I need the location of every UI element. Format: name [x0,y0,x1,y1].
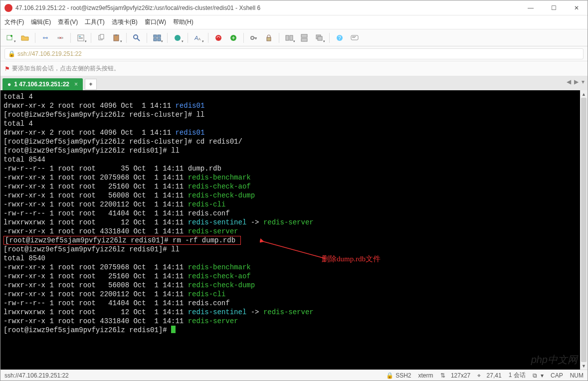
menu-view[interactable]: 查看(V) [58,18,78,26]
bullet-icon: ● [7,81,11,88]
terminal-line: [root@izwz9ef5sjam9pvfyiz26lz redis01]# … [3,146,585,155]
terminal-line: drwxr-xr-x 2 root root 4096 Oct 1 14:11 … [3,101,585,110]
menu-file[interactable]: 文件(F) [4,18,24,26]
coord-icon: ⌖ [477,372,481,379]
lock-icon: 🔒 [8,50,15,57]
terminal-scrollbar[interactable]: ▲ ▼ [580,90,588,370]
svg-rect-15 [158,35,161,37]
menu-window[interactable]: 窗口(W) [145,18,166,26]
tile-vertical-button[interactable] [298,32,311,44]
terminal-line: total 8544 [3,155,585,164]
terminal-line: total 4 [3,92,585,101]
layout-button[interactable]: ▾ [151,32,164,44]
svg-rect-26 [290,35,293,40]
lock-icon: 🔒 [386,372,393,379]
terminal-line: -rwxr-xr-x 1 root root 56008 Oct 1 14:11… [3,191,585,200]
svg-rect-35 [352,37,355,38]
terminal-line: -rw-r--r-- 1 root root 35 Oct 1 14:11 du… [3,164,585,173]
svg-rect-27 [301,34,307,37]
terminal-line: -rwxr-xr-x 1 root root 56008 Oct 1 14:11… [3,281,585,290]
disconnect-button[interactable] [54,32,67,44]
status-term: xterm [418,372,433,379]
font-button[interactable]: AA▾ [192,32,204,44]
compose-bar-button[interactable] [348,32,361,44]
terminal-line: -rwxr-xr-x 1 root root 4331840 Oct 1 14:… [3,317,585,326]
menu-edit[interactable]: 编辑(E) [31,18,51,26]
menu-tools[interactable]: 工具(T) [85,18,104,26]
svg-rect-28 [301,38,307,41]
svg-point-4 [61,37,63,39]
svg-rect-16 [154,38,157,41]
terminal-line: [root@izwz9ef5sjam9pvfyiz26lz redis-clus… [3,110,585,119]
new-session-button[interactable]: ▾ [3,32,16,44]
svg-point-1 [43,37,45,39]
terminal-line: [root@izwz9ef5sjam9pvfyiz26lz redis-clus… [3,137,585,146]
status-size: 127x27 [451,372,470,379]
session-tab-active[interactable]: ● 1 47.106.219.251:22 × [2,78,83,90]
terminal-line: -rwxr-xr-x 1 root root 2075968 Oct 1 14:… [3,173,585,182]
session-tabs-icon: ⧉ [533,372,537,379]
lock-button[interactable] [262,32,275,44]
status-sessions: 1 会话 [509,371,526,380]
scroll-thumb[interactable] [581,98,587,362]
menu-help[interactable]: 帮助(H) [173,18,194,26]
tab-add-button[interactable]: + [85,79,97,90]
tab-close-button[interactable]: × [74,81,78,88]
menu-tabs[interactable]: 选项卡(B) [112,18,138,26]
terminal-line: drwxr-xr-x 2 root root 4096 Oct 1 14:11 … [3,128,585,137]
svg-rect-14 [154,35,157,37]
svg-point-18 [175,35,181,41]
svg-text:A: A [198,37,201,41]
terminal-line: -rwxr-xr-x 1 root root 25160 Oct 1 14:11… [3,182,585,191]
terminal-line: -rwxr-xr-x 1 root root 4331840 Oct 1 14:… [3,227,585,236]
svg-point-13 [134,35,138,39]
terminal-line: -rwxr-xr-x 1 root root 25160 Oct 1 14:11… [3,272,585,281]
svg-rect-17 [158,38,161,41]
terminal-line: total 8540 [3,254,585,263]
app-icon [4,4,12,12]
annotation-label: 删除dump.rdb文件 [322,254,381,264]
help-button[interactable]: ? [333,32,346,44]
hint-bar: ⚑ 要添加当前会话，点击左侧的箭头按钮。 [0,61,588,76]
tab-prev-button[interactable]: ◀ [567,78,571,85]
menubar: 文件(F) 编辑(E) 查看(V) 工具(T) 选项卡(B) 窗口(W) 帮助(… [0,15,588,29]
address-bar: 🔒 ssh://47.106.219.251:22 [0,46,588,61]
cascade-button[interactable]: ▾ [313,32,326,44]
cursor [171,326,176,333]
tab-list-button[interactable]: ▾ [582,78,585,85]
key-manager-button[interactable] [247,32,260,44]
tile-horizontal-button[interactable]: ▾ [283,32,296,44]
scroll-down-button[interactable]: ▼ [580,362,588,370]
terminal-line: [root@izwz9ef5sjam9pvfyiz26lz redis01]# [3,326,585,335]
status-conn: SSH2 [395,372,411,379]
paste-button[interactable]: ▾ [110,32,123,44]
open-button[interactable] [18,32,31,44]
minimize-button[interactable]: — [524,4,538,11]
close-window-button[interactable]: ✕ [570,4,584,11]
maximize-button[interactable]: ☐ [547,4,561,11]
scroll-up-button[interactable]: ▲ [580,90,588,98]
tab-bar: ● 1 47.106.219.251:22 × + ◀ ▶ ▾ [0,76,588,90]
xftp-button[interactable] [227,32,240,44]
xagent-button[interactable] [212,32,225,44]
properties-button[interactable]: ▾ [74,32,87,44]
svg-rect-25 [286,35,289,40]
terminal-line: -rwxr-xr-x 1 root root 2075968 Oct 1 14:… [3,263,585,272]
status-num: NUM [570,372,584,379]
reconnect-button[interactable] [39,32,52,44]
color-scheme-button[interactable]: ▾ [171,32,184,44]
svg-rect-7 [79,37,83,38]
tab-next-button[interactable]: ▶ [574,78,579,85]
terminal-pane[interactable]: total 4drwxr-xr-x 2 root root 4096 Oct 1… [0,90,588,370]
svg-rect-8 [79,38,83,39]
terminal-line: -rw-r--r-- 1 root root 41404 Oct 1 14:11… [3,209,585,218]
address-text: ssh://47.106.219.251:22 [17,50,82,57]
tab-label: 1 47.106.219.251:22 [14,81,69,88]
svg-point-21 [215,35,221,41]
copy-button[interactable] [95,32,108,44]
status-plus-icon[interactable]: ▾ [539,372,544,379]
terminal-line: total 4 [3,119,585,128]
find-button[interactable] [130,32,143,44]
svg-point-23 [251,36,254,39]
address-input[interactable]: 🔒 ssh://47.106.219.251:22 [4,48,584,59]
